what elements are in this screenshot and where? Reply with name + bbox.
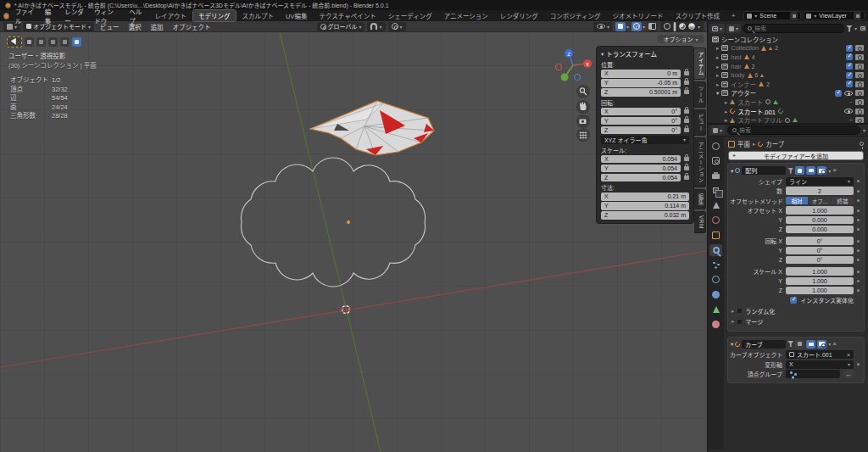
expand-icon[interactable] [716,53,719,61]
rotation-mode-dropdown[interactable]: XYZ オイラー角 [601,136,689,144]
filter-chevron-icon[interactable] [854,25,857,32]
shape-dropdown[interactable]: ライン [786,177,854,186]
select-mode-toggle-3[interactable] [48,37,58,47]
rotation-z-field[interactable]: 0° [786,256,854,265]
lock-icon[interactable] [684,166,689,170]
render-visibility-camera-icon[interactable] [855,109,864,114]
blender-menu-icon[interactable] [3,13,9,20]
lock-icon[interactable] [684,119,689,123]
outliner-row-collection[interactable]: Collection 2 [709,44,866,53]
workspace-tab-compositing[interactable]: コンポジティング [545,10,606,21]
selectable-checkbox[interactable] [846,72,853,79]
outliner-display-mode-dropdown[interactable] [709,24,725,33]
outliner-row-skirt-frill[interactable]: スカートフリル ~ [709,115,866,125]
render-display-toggle[interactable] [817,340,826,349]
select-mode-toggle-2[interactable] [36,37,46,47]
realtime-display-toggle[interactable] [806,166,815,175]
modifier-extras-chevron-icon[interactable] [828,167,831,175]
randomize-section[interactable]: ランダム化 [732,307,860,315]
rotation-z-field[interactable]: Z0° [601,126,681,135]
modifier-extras-chevron-icon[interactable] [828,340,831,348]
view-layer-selector[interactable]: ViewLayer [803,11,865,20]
workspace-tab-sculpt[interactable]: スカルプト [237,10,280,21]
navigation-axis-gizmo[interactable]: Z X [556,49,593,81]
disabled-visibility-icon[interactable]: ~ [849,99,853,105]
expand-icon[interactable] [716,81,719,88]
workspace-add-button[interactable]: + [726,11,740,20]
panel-collapse-icon[interactable] [601,50,604,58]
cloud-curve-object[interactable] [241,158,425,287]
randomize-checkbox[interactable] [737,308,743,314]
filter-funnel-icon[interactable] [846,25,853,32]
sidebar-tab-item[interactable]: アイテム [694,47,706,80]
show-in-editmode-funnel-icon[interactable] [787,168,793,174]
menu-file[interactable]: ファイル [11,7,39,25]
modifier-name-field[interactable]: カーブ [742,340,786,349]
outliner-row-hair[interactable]: hair 2 [709,62,866,71]
lock-icon[interactable] [684,81,689,85]
outliner-row-skirt-001-active[interactable]: スカート.001 [709,107,866,116]
sidebar-tab-view[interactable]: ビュー [694,109,706,136]
menu-render[interactable]: レンダー [60,7,88,25]
add-menu[interactable]: 追加 [147,22,167,31]
disabled-visibility-icon[interactable]: ~ [849,117,853,123]
workspace-tab-scripting[interactable]: スクリプト作成 [670,10,725,21]
expand-icon[interactable] [716,71,719,79]
render-visibility-camera-icon[interactable] [855,54,864,60]
gizmos-chevron-icon[interactable] [626,23,629,31]
scene-tab-icon[interactable] [709,199,722,211]
count-field[interactable]: 2 [786,187,854,195]
scale-z-field[interactable]: 1.000 [786,287,854,295]
scale-x-field[interactable]: 1.000 [786,267,854,276]
transform-orientation-dropdown[interactable]: グローバル [317,22,365,31]
menu-window[interactable]: ウィンドウ [90,7,123,25]
show-gizmo-dropdown[interactable] [593,22,613,31]
outliner-row-inner[interactable]: インナー 2 [709,80,866,89]
workspace-tab-shading[interactable]: シェーディング [383,10,437,21]
eye-visibility-icon[interactable] [844,91,853,96]
render-visibility-camera-icon[interactable] [855,117,864,123]
collapse-icon[interactable] [731,340,733,348]
material-tab-icon[interactable] [709,318,722,330]
invert-vertex-group-button[interactable]: ↔ [843,370,854,378]
selectable-checkbox[interactable] [846,53,853,60]
scale-y-field[interactable]: Y0.054 [601,165,681,173]
wireframe-shading-button[interactable] [664,23,670,30]
selectable-checkbox[interactable] [846,45,853,52]
physics-tab-icon[interactable] [709,274,722,286]
delete-modifier-icon[interactable]: × [832,341,837,348]
viewport-3d[interactable]: Z X [0,21,707,452]
offset-x-field[interactable]: 1.000 [786,206,854,215]
xray-toggle[interactable] [648,22,658,31]
lock-icon[interactable] [684,71,689,75]
tool-tab-icon[interactable] [709,140,722,152]
rotation-y-field[interactable]: 0° [786,247,854,255]
overlays-toggle[interactable] [632,22,642,31]
pan-view-hand-button[interactable] [576,100,590,114]
render-visibility-camera-icon[interactable] [855,64,864,70]
sidebar-tab-animation[interactable]: アニメーション [694,137,706,187]
outliner-row-skirt[interactable]: スカート ~ [709,98,866,107]
render-visibility-camera-icon[interactable] [855,45,864,51]
expand-icon[interactable] [725,116,727,124]
realtime-display-toggle[interactable] [806,340,815,349]
render-display-toggle[interactable] [817,166,826,175]
workspace-tab-uv[interactable]: UV編集 [281,10,312,21]
breadcrumb-object[interactable]: 平面 [737,139,750,148]
properties-search-input[interactable] [739,127,855,133]
eye-visibility-icon[interactable] [844,109,853,114]
merge-checkbox[interactable] [737,319,743,325]
rendered-shading-button[interactable] [688,23,695,30]
shading-chevron-icon[interactable] [698,23,700,31]
workspace-tab-layout[interactable]: レイアウト [150,10,192,21]
merge-section[interactable]: マージ [732,317,860,326]
render-visibility-camera-icon[interactable] [855,99,864,105]
realize-instances-checkbox[interactable] [790,297,797,304]
skirt-mesh-object[interactable] [310,101,434,155]
lock-icon[interactable] [684,176,689,180]
constraints-tab-icon[interactable] [709,288,722,300]
scene-selector[interactable]: Scene [743,11,801,20]
menu-help[interactable]: ヘルプ [125,7,147,25]
outliner-row-body[interactable]: body 6 [709,70,866,80]
properties-editor-type-button[interactable] [710,126,725,135]
